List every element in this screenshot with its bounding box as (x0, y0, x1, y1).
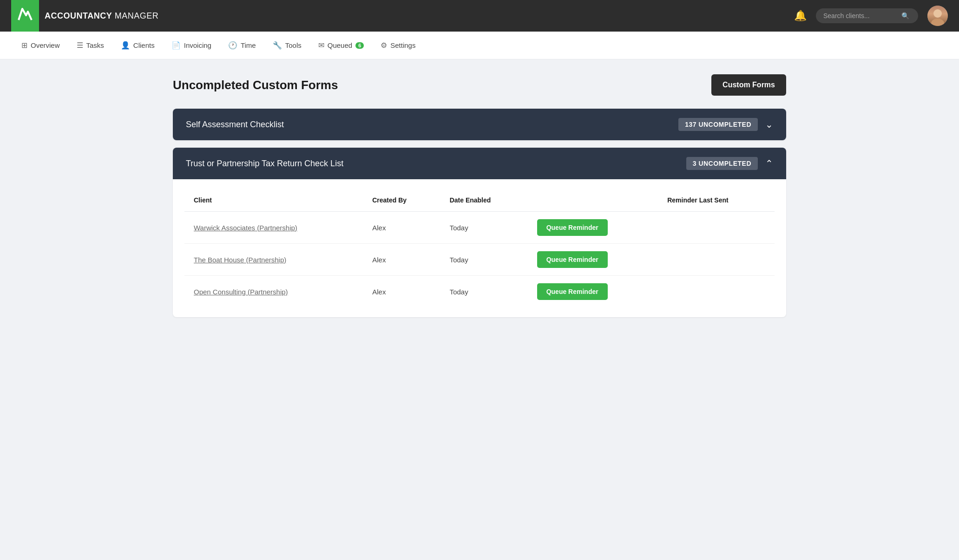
nav-item-settings[interactable]: ⚙ Settings (374, 37, 422, 53)
trust-partnership-table: Client Created By Date Enabled Reminder … (184, 189, 775, 308)
form-section-self-assessment: Self Assessment Checklist 137 UNCOMPLETE… (173, 109, 786, 140)
queue-reminder-boathouse[interactable]: Queue Reminder (537, 251, 608, 268)
chevron-down-icon-self-assessment: ⌄ (765, 119, 773, 130)
section-right-self-assessment: 137 UNCOMPLETED ⌄ (678, 118, 773, 131)
col-header-action (528, 189, 658, 212)
nav-item-queued[interactable]: ✉ Queued 6 (312, 37, 371, 53)
queue-reminder-warwick[interactable]: Queue Reminder (537, 219, 608, 236)
nav-item-overview[interactable]: ⊞ Overview (15, 37, 66, 53)
clients-icon: 👤 (121, 41, 130, 50)
nav-item-time[interactable]: 🕐 Time (222, 37, 263, 53)
search-icon: 🔍 (901, 12, 909, 20)
client-link-boathouse[interactable]: The Boat House (Partnership) (194, 256, 286, 264)
main-content: Uncompleted Custom Forms Custom Forms Se… (154, 59, 805, 339)
top-bar-right: 🔔 🔍 (794, 6, 948, 26)
date-enabled-warwick: Today (440, 212, 528, 244)
form-section-header-trust-partnership[interactable]: Trust or Partnership Tax Return Check Li… (173, 148, 786, 179)
overview-icon: ⊞ (21, 41, 27, 50)
uncompleted-badge-trust-partnership: 3 UNCOMPLETED (686, 157, 758, 170)
queue-reminder-openconsulting[interactable]: Queue Reminder (537, 283, 608, 300)
reminder-last-sent-openconsulting (658, 276, 775, 308)
page-title: Uncompleted Custom Forms (173, 78, 338, 92)
nav-label-tasks: Tasks (86, 41, 104, 49)
tools-icon: 🔧 (273, 41, 282, 50)
col-header-client: Client (184, 189, 363, 212)
logo-icon (17, 7, 33, 25)
table-container-trust-partnership: Client Created By Date Enabled Reminder … (173, 179, 786, 317)
logo-bold: ACCOUNTANCY (45, 11, 112, 20)
avatar[interactable] (927, 6, 948, 26)
nav-label-queued: Queued (328, 41, 352, 49)
nav-item-tools[interactable]: 🔧 Tools (266, 37, 308, 53)
svg-point-1 (931, 19, 944, 26)
invoicing-icon: 📄 (171, 41, 181, 50)
col-header-date-enabled: Date Enabled (440, 189, 528, 212)
nav-bar: ⊞ Overview ☰ Tasks 👤 Clients 📄 Invoicing… (0, 32, 959, 59)
created-by-warwick: Alex (363, 212, 440, 244)
reminder-last-sent-warwick (658, 212, 775, 244)
tasks-icon: ☰ (77, 41, 83, 50)
nav-item-clients[interactable]: 👤 Clients (114, 37, 161, 53)
nav-label-overview: Overview (31, 41, 60, 49)
client-link-openconsulting[interactable]: Open Consulting (Partnership) (194, 288, 288, 296)
logo-text: ACCOUNTANCY MANAGER (39, 11, 158, 21)
created-by-openconsulting: Alex (363, 276, 440, 308)
nav-item-tasks[interactable]: ☰ Tasks (70, 37, 111, 53)
chevron-up-icon-trust-partnership: ⌃ (765, 158, 773, 169)
col-header-reminder-last-sent: Reminder Last Sent (658, 189, 775, 212)
page-header: Uncompleted Custom Forms Custom Forms (173, 74, 786, 96)
section-title-self-assessment: Self Assessment Checklist (186, 120, 284, 130)
table-row: Open Consulting (Partnership) Alex Today… (184, 276, 775, 308)
bell-icon[interactable]: 🔔 (794, 10, 807, 22)
nav-label-settings: Settings (390, 41, 415, 49)
logo-green-bg (11, 0, 39, 32)
date-enabled-openconsulting: Today (440, 276, 528, 308)
table-row: The Boat House (Partnership) Alex Today … (184, 244, 775, 276)
top-bar: ACCOUNTANCY MANAGER 🔔 🔍 (0, 0, 959, 32)
queued-badge: 6 (355, 42, 364, 49)
logo-area: ACCOUNTANCY MANAGER (11, 0, 158, 32)
nav-item-invoicing[interactable]: 📄 Invoicing (165, 37, 218, 53)
table-row: Warwick Associates (Partnership) Alex To… (184, 212, 775, 244)
svg-point-0 (933, 9, 942, 18)
settings-icon: ⚙ (381, 41, 387, 50)
nav-label-time: Time (241, 41, 256, 49)
created-by-boathouse: Alex (363, 244, 440, 276)
queued-icon: ✉ (318, 41, 324, 50)
nav-label-clients: Clients (133, 41, 155, 49)
uncompleted-badge-self-assessment: 137 UNCOMPLETED (678, 118, 758, 131)
avatar-image (927, 6, 948, 26)
search-bar: 🔍 (816, 8, 918, 23)
logo-light: MANAGER (115, 11, 159, 20)
section-right-trust-partnership: 3 UNCOMPLETED ⌃ (686, 157, 773, 170)
form-section-header-self-assessment[interactable]: Self Assessment Checklist 137 UNCOMPLETE… (173, 109, 786, 140)
nav-label-tools: Tools (285, 41, 302, 49)
section-title-trust-partnership: Trust or Partnership Tax Return Check Li… (186, 159, 343, 169)
client-link-warwick[interactable]: Warwick Associates (Partnership) (194, 224, 297, 232)
col-header-created-by: Created By (363, 189, 440, 212)
form-section-trust-partnership: Trust or Partnership Tax Return Check Li… (173, 148, 786, 317)
time-icon: 🕐 (228, 41, 237, 50)
custom-forms-button[interactable]: Custom Forms (711, 74, 786, 96)
search-input[interactable] (823, 12, 898, 20)
reminder-last-sent-boathouse (658, 244, 775, 276)
date-enabled-boathouse: Today (440, 244, 528, 276)
nav-label-invoicing: Invoicing (184, 41, 211, 49)
